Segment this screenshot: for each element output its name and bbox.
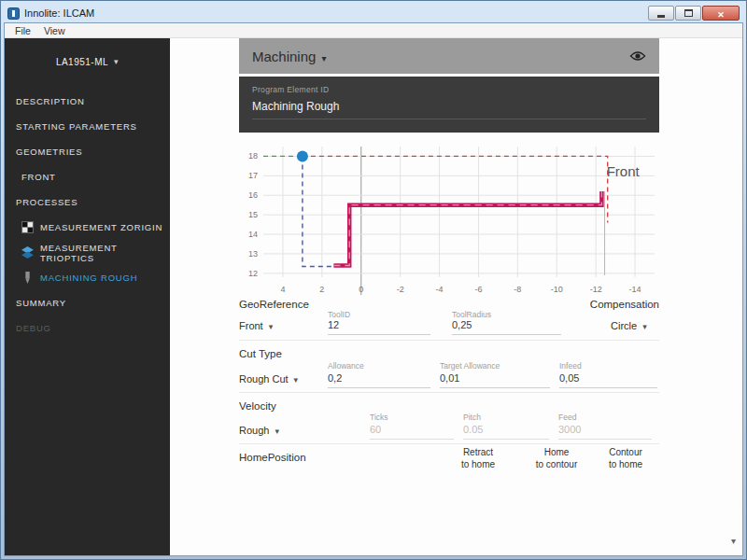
compensation-select[interactable]: Circle <box>611 320 647 331</box>
maximize-button[interactable] <box>675 6 701 21</box>
svg-text:14: 14 <box>248 230 258 239</box>
sidebar-label: DEBUG <box>16 323 51 333</box>
program-element-id-label: Program Element ID <box>252 85 646 94</box>
velocity-select[interactable]: Rough <box>239 425 279 436</box>
sidebar-label: MACHINING ROUGH <box>40 273 137 283</box>
blue-limit-dashed <box>303 156 334 266</box>
sidebar-label: MEASUREMENT TRIOPTICS <box>40 243 170 263</box>
compensation-title: Compensation <box>590 299 659 310</box>
process-type-dropdown[interactable]: Machining <box>252 49 326 64</box>
sidebar-label: FRONT <box>21 172 56 182</box>
svg-text:-8: -8 <box>514 285 521 294</box>
main-panel: Machining Program Element ID Machining R… <box>170 38 742 555</box>
allowance-field[interactable]: 0,2 <box>328 372 430 388</box>
sidebar-label: GEOMETRIES <box>16 147 82 157</box>
sidebar-item-front[interactable]: FRONT <box>5 164 170 189</box>
close-icon <box>717 5 725 21</box>
button-label: to home <box>592 458 659 470</box>
ticks-field: 60 <box>370 424 454 440</box>
svg-text:-12: -12 <box>590 285 602 294</box>
program-element-id-field[interactable]: Machining Rough <box>252 100 646 119</box>
sidebar-item-measurement-trioptics[interactable]: MEASUREMENT TRIOPTICS <box>5 240 170 265</box>
pitch-field: 0.05 <box>463 424 549 440</box>
home-to-contour-button[interactable]: Home to contour <box>519 446 594 470</box>
window-title: Innolite: ILCAM <box>24 7 643 19</box>
allowance-label: Allowance <box>328 361 364 371</box>
feed-label: Feed <box>558 413 576 422</box>
svg-text:-10: -10 <box>551 285 563 294</box>
sidebar-item-processes[interactable]: PROCESSES <box>5 189 170 215</box>
zorigin-icon <box>21 221 34 233</box>
menu-file[interactable]: File <box>8 25 37 36</box>
toolid-field[interactable]: 12 <box>328 319 430 335</box>
velocity-section: Velocity Ticks Pitch Feed Rough 60 0.05 … <box>239 393 659 444</box>
svg-text:-2: -2 <box>397 285 404 294</box>
process-header: Machining <box>239 38 659 74</box>
trioptics-icon <box>21 246 34 259</box>
cut-type-section: Cut Type Allowance Target Allowance Infe… <box>239 341 659 393</box>
toolradius-label: ToolRadius <box>452 310 491 319</box>
toolradius-field[interactable]: 0,25 <box>452 319 561 335</box>
contour-to-home-button[interactable]: Contour to home <box>592 446 659 470</box>
cut-type-select[interactable]: Rough Cut <box>239 373 298 385</box>
sidebar-item-measurement-zorigin[interactable]: MEASUREMENT ZORIGIN <box>5 215 170 240</box>
sidebar-label: PROCESSES <box>16 197 78 207</box>
close-button[interactable] <box>702 6 740 21</box>
program-element-block: Program Element ID Machining Rough <box>239 77 659 133</box>
app-icon <box>7 7 20 20</box>
profile-chart-svg: 420-2-4-6-8-10-12-1418171615141312Front <box>239 141 659 295</box>
svg-text:13: 13 <box>248 249 258 259</box>
menubar: File View <box>5 23 742 38</box>
svg-text:18: 18 <box>248 151 258 161</box>
menu-view[interactable]: View <box>37 25 72 36</box>
infeed-field[interactable]: 0,05 <box>559 372 657 388</box>
pitch-label: Pitch <box>463 413 481 422</box>
button-label: Home <box>519 446 594 458</box>
retract-to-home-button[interactable]: Retract to home <box>443 446 514 470</box>
ticks-label: Ticks <box>370 413 388 422</box>
sidebar: LA1951-ML DESCRIPTION STARTING PARAMETER… <box>5 38 170 555</box>
svg-text:17: 17 <box>248 171 258 180</box>
sidebar-item-debug: DEBUG <box>5 315 170 341</box>
button-label: Contour <box>592 446 659 458</box>
sidebar-label: SUMMARY <box>16 298 66 308</box>
target-allowance-label: Target Allowance <box>440 361 500 371</box>
home-position-title: HomePosition <box>239 452 306 463</box>
machining-tool-icon <box>21 272 34 284</box>
profile-contour <box>333 191 601 265</box>
svg-text:0: 0 <box>359 285 363 294</box>
georeference-section: GeoReference Compensation ToolID ToolRad… <box>239 299 659 341</box>
toolid-label: ToolID <box>328 310 350 319</box>
svg-text:12: 12 <box>248 269 258 278</box>
georeference-title: GeoReference <box>239 299 309 310</box>
cut-type-title: Cut Type <box>239 348 282 359</box>
eye-icon[interactable] <box>629 49 646 63</box>
button-label: Retract <box>443 446 514 458</box>
profile-chart: 420-2-4-6-8-10-12-1418171615141312Front <box>239 141 659 299</box>
project-selector-label: LA1951-ML <box>56 57 108 67</box>
infeed-label: Infeed <box>559 361 582 371</box>
sidebar-item-machining-rough[interactable]: MACHINING ROUGH <box>5 265 170 290</box>
svg-text:4: 4 <box>280 285 285 294</box>
sidebar-item-geometries[interactable]: GEOMETRIES <box>5 139 170 164</box>
chart-title: Front <box>607 163 641 179</box>
svg-text:15: 15 <box>248 210 258 219</box>
button-label: to home <box>443 458 514 470</box>
velocity-title: Velocity <box>239 400 276 412</box>
target-allowance-field[interactable]: 0,01 <box>440 372 550 388</box>
sidebar-item-summary[interactable]: SUMMARY <box>5 290 170 315</box>
svg-text:2: 2 <box>319 285 324 294</box>
georeference-select[interactable]: Front <box>239 320 273 331</box>
titlebar[interactable]: Innolite: ILCAM <box>4 4 743 22</box>
project-selector[interactable]: LA1951-ML <box>5 48 170 76</box>
feed-field: 3000 <box>558 424 652 440</box>
start-point-marker[interactable] <box>297 150 308 161</box>
home-position-section: HomePosition Retract to home Home to con… <box>239 444 659 502</box>
sidebar-item-description[interactable]: DESCRIPTION <box>5 89 170 114</box>
minimize-button[interactable] <box>648 6 674 21</box>
minimize-icon <box>657 15 665 18</box>
scrollbar-down-button[interactable] <box>731 536 736 546</box>
sidebar-label: MEASUREMENT ZORIGIN <box>40 222 162 232</box>
svg-text:-6: -6 <box>474 285 482 294</box>
sidebar-item-starting-parameters[interactable]: STARTING PARAMETERS <box>5 114 170 139</box>
